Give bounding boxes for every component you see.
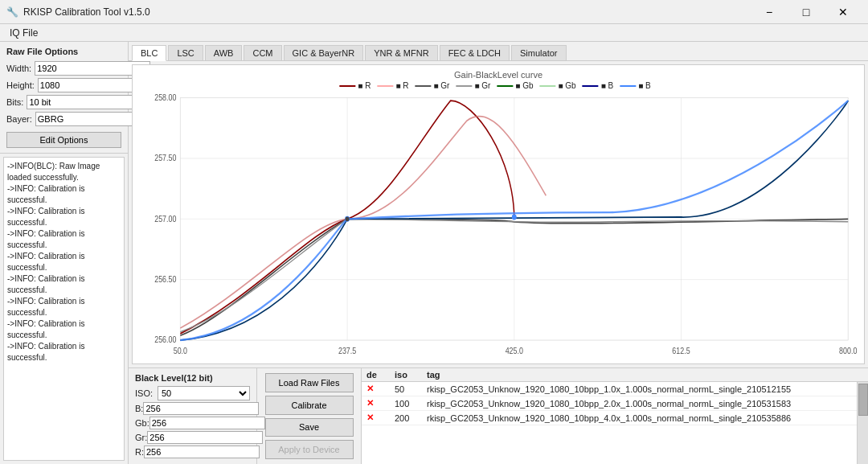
b-label: B: (135, 404, 143, 413)
titlebar-left: 🔧 RKISP Calibration Tool v1.5.0 (6, 6, 150, 18)
file-list-section: de iso tag ✕ 50 rkisp_GC2053_Unknow_1920… (362, 368, 868, 464)
iso-select[interactable]: 50 100 200 400 800 (158, 386, 250, 400)
svg-text:257.00: 257.00 (154, 214, 177, 224)
scrollbar[interactable] (857, 382, 868, 464)
main-layout: Raw File Options Width: Height: Bits: Ba… (0, 42, 868, 464)
edit-options-button[interactable]: Edit Options (6, 132, 121, 148)
chart-svg: 258.00 257.50 257.00 256.50 256.00 50.0 … (133, 65, 864, 363)
log-line: ->INFO: Calibration is successful. (7, 251, 121, 273)
log-area: ->INFO(BLC): Raw Image loaded successful… (3, 157, 125, 461)
file-row[interactable]: ✕ 50 rkisp_GC2053_Unknow_1920_1080_10bpp… (362, 382, 857, 396)
log-line: ->INFO: Calibration is successful. (7, 341, 121, 363)
tab-lsc[interactable]: LSC (168, 45, 203, 60)
height-row: Height: (6, 78, 121, 92)
gb-input[interactable] (149, 417, 265, 429)
bits-input[interactable] (27, 95, 142, 109)
file-list-header: de iso tag (362, 368, 868, 382)
apply-to-device-button[interactable]: Apply to Device (265, 440, 354, 459)
raw-options-title: Raw File Options (6, 47, 121, 56)
file-row-iso: 100 (395, 399, 427, 409)
app-title: RKISP Calibration Tool v1.5.0 (23, 6, 150, 18)
close-button[interactable]: ✕ (825, 0, 862, 24)
tab-awb[interactable]: AWB (205, 45, 243, 60)
r-row: R: (135, 446, 250, 458)
buttons-section: Load Raw Files Calibrate Save Apply to D… (257, 368, 362, 464)
file-row-tag: rkisp_GC2053_Unknow_1920_1080_10bpp_4.0x… (427, 413, 852, 423)
bayer-label: Bayer: (6, 114, 35, 124)
bits-label: Bits: (6, 97, 27, 107)
black-level-section: Black Level(12 bit) ISO: 50 100 200 400 … (129, 368, 257, 464)
tab-ccm[interactable]: CCM (244, 45, 281, 60)
titlebar-controls: − □ ✕ (751, 0, 862, 24)
chart-area: Gain-BlackLevel curve ■ R ■ R ■ Gr ■ (132, 64, 865, 364)
menu-iq-file[interactable]: IQ File (3, 26, 44, 40)
col-header-iso: iso (395, 370, 427, 380)
bottom-panel: Black Level(12 bit) ISO: 50 100 200 400 … (129, 368, 868, 464)
gr-label: Gr: (135, 433, 147, 442)
width-row: Width: (6, 61, 121, 76)
file-row-de: ✕ (366, 398, 395, 409)
log-line: ->INFO: Calibration is successful. (7, 273, 121, 296)
bayer-row: Bayer: (6, 112, 121, 126)
scroll-thumb[interactable] (858, 384, 868, 416)
svg-text:256.00: 256.00 (154, 335, 177, 345)
gr-row: Gr: (135, 431, 250, 444)
svg-text:257.50: 257.50 (154, 154, 177, 163)
col-header-de: de (366, 370, 395, 380)
bits-row: Bits: (6, 95, 121, 109)
col-header-tag: tag (427, 370, 863, 380)
gr-input[interactable] (147, 431, 263, 444)
gb-label: Gb: (135, 418, 149, 428)
b-row: B: (135, 402, 250, 415)
delete-icon: ✕ (366, 398, 374, 408)
log-line: ->INFO(BLC): Raw Image loaded successful… (7, 161, 121, 183)
load-raw-files-button[interactable]: Load Raw Files (265, 373, 354, 392)
file-row-tag: rkisp_GC2053_Unknow_1920_1080_10bpp_1.0x… (427, 384, 852, 394)
iso-label: ISO: (135, 388, 158, 398)
width-label: Width: (6, 64, 35, 73)
svg-text:800.0: 800.0 (839, 347, 858, 356)
log-line: ->INFO: Calibration is successful. (7, 228, 121, 251)
tab-blc[interactable]: BLC (132, 45, 166, 61)
raw-options-section: Raw File Options Width: Height: Bits: Ba… (0, 42, 128, 154)
iso-row: ISO: 50 100 200 400 800 (135, 386, 250, 400)
minimize-button[interactable]: − (751, 0, 788, 24)
log-line: ->INFO: Calibration is successful. (7, 318, 121, 341)
file-row[interactable]: ✕ 100 rkisp_GC2053_Unknow_1920_1080_10bp… (362, 396, 857, 411)
svg-text:50.0: 50.0 (174, 347, 188, 356)
tab-ynr-mfnr[interactable]: YNR & MFNR (365, 45, 437, 60)
file-row-de: ✕ (366, 413, 395, 423)
titlebar: 🔧 RKISP Calibration Tool v1.5.0 − □ ✕ (0, 0, 868, 24)
svg-text:258.00: 258.00 (154, 92, 177, 102)
height-label: Height: (6, 80, 38, 90)
delete-icon: ✕ (366, 413, 374, 422)
r-input[interactable] (144, 446, 260, 458)
tab-simulator[interactable]: Simulator (511, 45, 566, 60)
svg-point-22 (512, 215, 517, 220)
left-panel: Raw File Options Width: Height: Bits: Ba… (0, 42, 129, 464)
delete-icon: ✕ (366, 384, 374, 393)
r-label: R: (135, 447, 144, 457)
tab-fec-ldch[interactable]: FEC & LDCH (440, 45, 510, 60)
svg-text:612.5: 612.5 (672, 347, 690, 356)
svg-text:425.0: 425.0 (506, 347, 524, 356)
file-row-tag: rkisp_GC2053_Unknow_1920_1080_10bpp_2.0x… (427, 399, 852, 409)
tab-gic-bayernr[interactable]: GIC & BayerNR (284, 45, 364, 60)
svg-point-23 (346, 216, 350, 221)
log-line: ->INFO: Calibration is successful. (7, 296, 121, 318)
maximize-button[interactable]: □ (788, 0, 825, 24)
log-line: ->INFO: Calibration is successful. (7, 183, 121, 206)
tab-bar: BLC LSC AWB CCM GIC & BayerNR YNR & MFNR… (129, 42, 868, 61)
save-button[interactable]: Save (265, 418, 354, 437)
file-list-body: ✕ 50 rkisp_GC2053_Unknow_1920_1080_10bpp… (362, 382, 857, 464)
log-line: ->INFO: Calibration is successful. (7, 206, 121, 228)
black-level-title: Black Level(12 bit) (135, 373, 250, 383)
b-input[interactable] (143, 402, 259, 415)
app-icon: 🔧 (6, 6, 18, 18)
svg-text:256.50: 256.50 (154, 274, 177, 284)
calibrate-button[interactable]: Calibrate (265, 396, 354, 415)
file-row[interactable]: ✕ 200 rkisp_GC2053_Unknow_1920_1080_10bp… (362, 411, 857, 425)
right-content: BLC LSC AWB CCM GIC & BayerNR YNR & MFNR… (129, 42, 868, 464)
file-row-iso: 50 (395, 384, 427, 394)
file-row-de: ✕ (366, 384, 395, 394)
